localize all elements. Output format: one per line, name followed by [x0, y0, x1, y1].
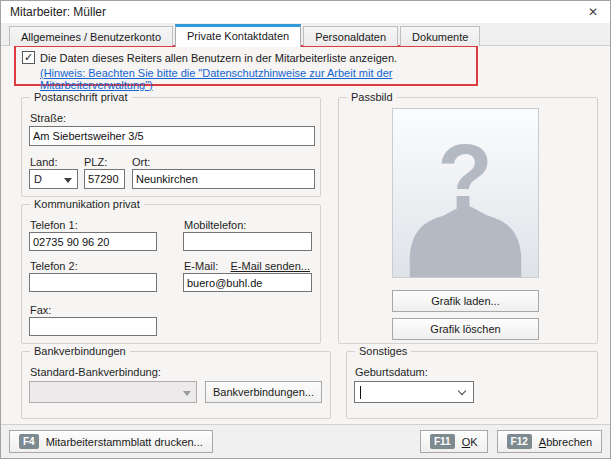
phone1-label: Telefon 1: — [30, 219, 78, 231]
dropdown-arrow-icon — [64, 178, 72, 183]
fkey-badge-f4: F4 — [19, 434, 39, 449]
tab-personaldaten[interactable]: Personaldaten — [303, 26, 398, 46]
phone2-input[interactable] — [29, 273, 157, 292]
country-select-value: D — [34, 173, 42, 185]
fkey-badge-f12: F12 — [507, 434, 532, 449]
show-data-checkbox-label: Die Daten dieses Reiters allen Benutzern… — [40, 52, 397, 64]
tab-dokumente[interactable]: Dokumente — [400, 26, 480, 46]
group-photo: Passbild ? Grafik laden... — [338, 97, 598, 344]
country-label: Land: — [30, 156, 58, 168]
print-master-sheet-button[interactable]: F4 Mitarbeiterstammblatt drucken... — [9, 430, 213, 453]
text-cursor — [360, 386, 361, 399]
group-communication: Kommunikation privat Telefon 1: Telefon … — [21, 204, 321, 344]
dropdown-arrow-icon — [183, 391, 191, 396]
cancel-label: Abbrechen — [539, 436, 592, 448]
group-misc: Sonstiges Geburtsdatum: — [346, 351, 598, 419]
title-bar: Mitarbeiter: Müller ✕ — [1, 1, 610, 23]
street-input[interactable] — [29, 126, 315, 146]
fkey-badge-f11: F11 — [430, 434, 455, 449]
fax-label: Fax: — [30, 304, 51, 316]
zip-input[interactable] — [84, 169, 125, 189]
group-photo-title: Passbild — [347, 91, 397, 103]
default-bank-label: Standard-Bankverbindung: — [30, 366, 161, 378]
phone2-label: Telefon 2: — [30, 260, 78, 272]
city-label: Ort: — [132, 156, 150, 168]
bank-accounts-button[interactable]: Bankverbindungen... — [205, 381, 322, 403]
employee-dialog: Mitarbeiter: Müller ✕ Allgemeines / Benu… — [0, 0, 611, 459]
chevron-down-icon — [458, 387, 466, 395]
group-postal-address: Postanschrift privat Straße: Land: PLZ: … — [21, 97, 321, 197]
person-placeholder-icon: ? — [393, 109, 538, 277]
mobile-label: Mobiltelefon: — [184, 219, 246, 231]
photo-placeholder-image: ? — [392, 108, 539, 278]
country-select[interactable]: D — [29, 169, 78, 189]
group-postal-title: Postanschrift privat — [30, 91, 132, 103]
delete-graphic-button[interactable]: Grafik löschen — [392, 318, 539, 340]
tab-strip: Allgemeines / Benutzerkonto Private Kont… — [1, 23, 610, 46]
street-label: Straße: — [30, 112, 66, 124]
question-mark-glyph: ? — [437, 126, 492, 227]
group-misc-title: Sonstiges — [355, 345, 411, 357]
phone1-input[interactable] — [29, 232, 157, 251]
group-bank-title: Bankverbindungen — [30, 345, 130, 357]
zip-label: PLZ: — [84, 156, 107, 168]
privacy-hint-link[interactable]: (Hinweis: Beachten Sie bitte die "Datens… — [40, 67, 476, 91]
window-title: Mitarbeiter: Müller — [10, 5, 106, 19]
show-data-checkbox[interactable]: ✓ — [22, 51, 35, 64]
email-input[interactable] — [183, 273, 312, 292]
group-bank: Bankverbindungen Standard-Bankverbindung… — [21, 351, 331, 419]
birthdate-combobox[interactable] — [354, 381, 474, 403]
birthdate-label: Geburtsdatum: — [355, 366, 428, 378]
default-bank-select — [29, 381, 197, 403]
send-email-link[interactable]: E-Mail senden... — [231, 260, 310, 272]
checkmark-icon: ✓ — [23, 52, 34, 63]
mobile-input[interactable] — [183, 232, 312, 251]
ok-button[interactable]: F11 OK — [420, 430, 488, 453]
email-label: E-Mail: — [184, 260, 218, 272]
footer-bar: F4 Mitarbeiterstammblatt drucken... F11 … — [1, 424, 610, 458]
privacy-notice-highlight: ✓ Die Daten dieses Reiters allen Benutze… — [14, 45, 478, 86]
tab-private-kontaktdaten[interactable]: Private Kontaktdaten — [175, 24, 301, 47]
city-input[interactable] — [132, 169, 315, 189]
close-icon[interactable]: ✕ — [585, 4, 601, 20]
group-communication-title: Kommunikation privat — [30, 198, 144, 210]
ok-label: OK — [462, 436, 478, 448]
load-graphic-button[interactable]: Grafik laden... — [392, 290, 539, 312]
fax-input[interactable] — [29, 317, 157, 336]
tab-content: ✓ Die Daten dieses Reiters allen Benutze… — [1, 46, 610, 424]
print-master-sheet-label: Mitarbeiterstammblatt drucken... — [46, 436, 203, 448]
tab-allgemeines-benutzerkonto[interactable]: Allgemeines / Benutzerkonto — [9, 26, 173, 46]
cancel-button[interactable]: F12 Abbrechen — [497, 430, 602, 453]
